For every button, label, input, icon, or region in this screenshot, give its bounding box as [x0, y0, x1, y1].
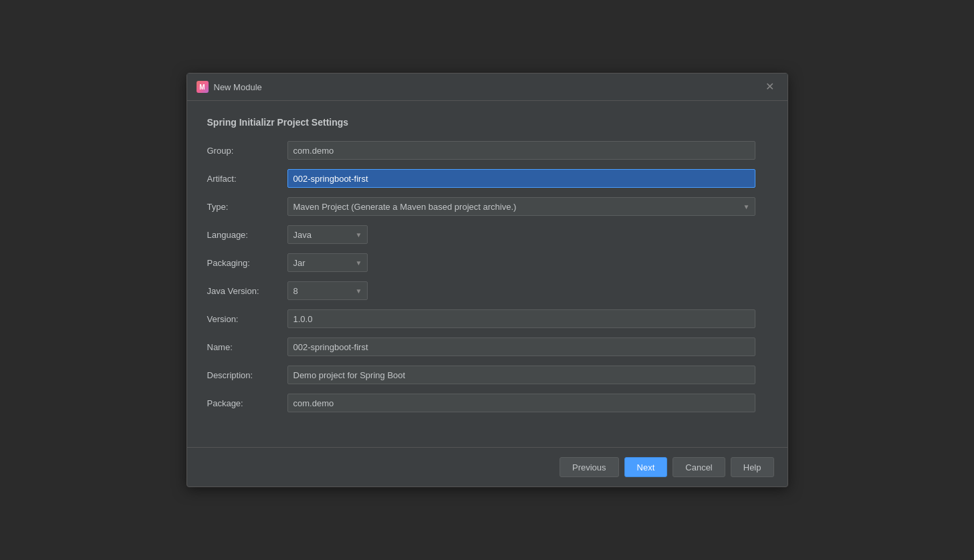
- java-version-select-wrapper: 81117 ▼: [287, 281, 368, 300]
- language-label: Language:: [207, 230, 287, 240]
- language-select[interactable]: JavaKotlinGroovy: [287, 225, 368, 244]
- java-version-select[interactable]: 81117: [287, 281, 368, 300]
- title-bar: M New Module ✕: [187, 74, 787, 101]
- cancel-button[interactable]: Cancel: [673, 457, 725, 477]
- dialog-title: New Module: [214, 82, 262, 92]
- close-button[interactable]: ✕: [761, 80, 778, 94]
- artifact-row: Artifact:: [207, 169, 767, 188]
- version-row: Version:: [207, 309, 767, 328]
- dialog-footer: Previous Next Cancel Help: [187, 447, 787, 486]
- artifact-label: Artifact:: [207, 174, 287, 184]
- type-label: Type:: [207, 202, 287, 212]
- package-input[interactable]: [287, 394, 755, 412]
- type-row: Type: Maven Project (Generate a Maven ba…: [207, 197, 767, 216]
- section-title: Spring Initializr Project Settings: [207, 117, 767, 128]
- java-version-row: Java Version: 81117 ▼: [207, 281, 767, 300]
- version-label: Version:: [207, 314, 287, 324]
- group-row: Group:: [207, 141, 767, 160]
- next-button[interactable]: Next: [624, 457, 668, 477]
- previous-button[interactable]: Previous: [560, 457, 619, 477]
- packaging-select-wrapper: JarWar ▼: [287, 253, 368, 272]
- package-row: Package:: [207, 394, 767, 412]
- description-input[interactable]: [287, 366, 755, 384]
- dialog-content: Spring Initializr Project Settings Group…: [187, 101, 787, 447]
- language-row: Language: JavaKotlinGroovy ▼: [207, 225, 767, 244]
- description-label: Description:: [207, 370, 287, 380]
- type-select[interactable]: Maven Project (Generate a Maven based pr…: [287, 197, 755, 216]
- packaging-row: Packaging: JarWar ▼: [207, 253, 767, 272]
- new-module-dialog: M New Module ✕ Spring Initializr Project…: [187, 73, 788, 487]
- packaging-label: Packaging:: [207, 258, 287, 268]
- title-bar-left: M New Module: [197, 81, 262, 93]
- name-label: Name:: [207, 342, 287, 352]
- java-version-label: Java Version:: [207, 286, 287, 296]
- package-label: Package:: [207, 398, 287, 408]
- packaging-select[interactable]: JarWar: [287, 253, 368, 272]
- version-input[interactable]: [287, 309, 755, 328]
- language-select-wrapper: JavaKotlinGroovy ▼: [287, 225, 368, 244]
- group-input[interactable]: [287, 141, 755, 160]
- name-input[interactable]: [287, 337, 755, 356]
- artifact-input[interactable]: [287, 169, 755, 188]
- group-label: Group:: [207, 146, 287, 156]
- app-icon: M: [197, 81, 209, 93]
- type-select-wrapper: Maven Project (Generate a Maven based pr…: [287, 197, 755, 216]
- name-row: Name:: [207, 337, 767, 356]
- help-button[interactable]: Help: [731, 457, 774, 477]
- description-row: Description:: [207, 366, 767, 384]
